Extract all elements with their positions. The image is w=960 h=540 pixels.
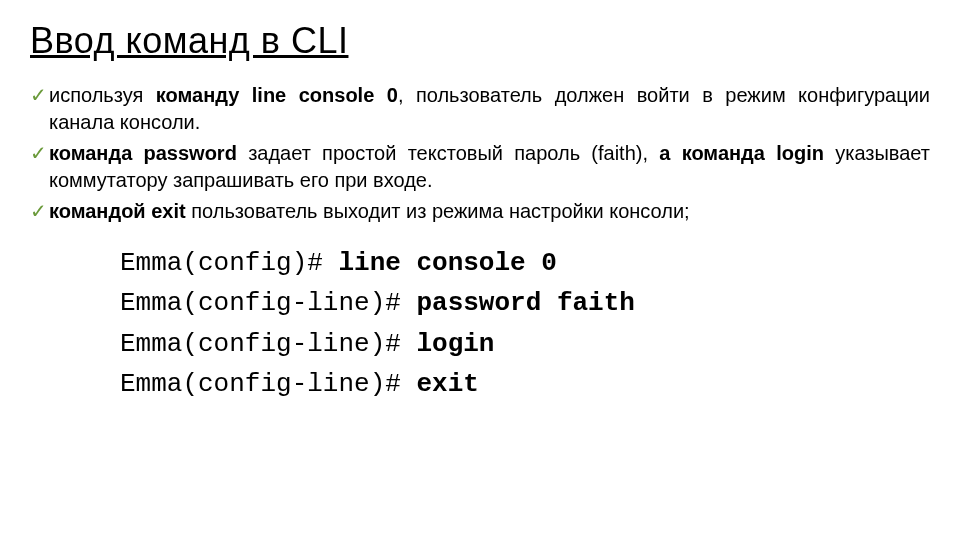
terminal-line: Emma(config-line)# exit — [120, 364, 840, 404]
bullet-text: используя команду line console 0, пользо… — [49, 82, 930, 136]
terminal-line: Emma(config-line)# login — [120, 324, 840, 364]
check-icon: ✓ — [30, 82, 47, 136]
terminal-prompt: Emma(config-line)# — [120, 369, 416, 399]
terminal-block: Emma(config)# line console 0 Emma(config… — [120, 243, 840, 404]
bullet-item: ✓ используя команду line console 0, поль… — [30, 82, 930, 136]
terminal-command: line console 0 — [338, 248, 556, 278]
check-icon: ✓ — [30, 198, 47, 225]
bullet-item: ✓ командой exit пользователь выходит из … — [30, 198, 930, 225]
bullet-text: командой exit пользователь выходит из ре… — [49, 198, 930, 225]
terminal-line: Emma(config)# line console 0 — [120, 243, 840, 283]
bullet-item: ✓ команда password задает простой тексто… — [30, 140, 930, 194]
terminal-prompt: Emma(config)# — [120, 248, 338, 278]
terminal-prompt: Emma(config-line)# — [120, 329, 416, 359]
terminal-line: Emma(config-line)# password faith — [120, 283, 840, 323]
terminal-prompt: Emma(config-line)# — [120, 288, 416, 318]
slide-title: Ввод команд в CLI — [30, 20, 930, 62]
check-icon: ✓ — [30, 140, 47, 194]
terminal-command: exit — [416, 369, 478, 399]
bullet-text: команда password задает простой текстовы… — [49, 140, 930, 194]
terminal-command: password faith — [416, 288, 634, 318]
terminal-command: login — [416, 329, 494, 359]
bullet-list: ✓ используя команду line console 0, поль… — [30, 82, 930, 225]
